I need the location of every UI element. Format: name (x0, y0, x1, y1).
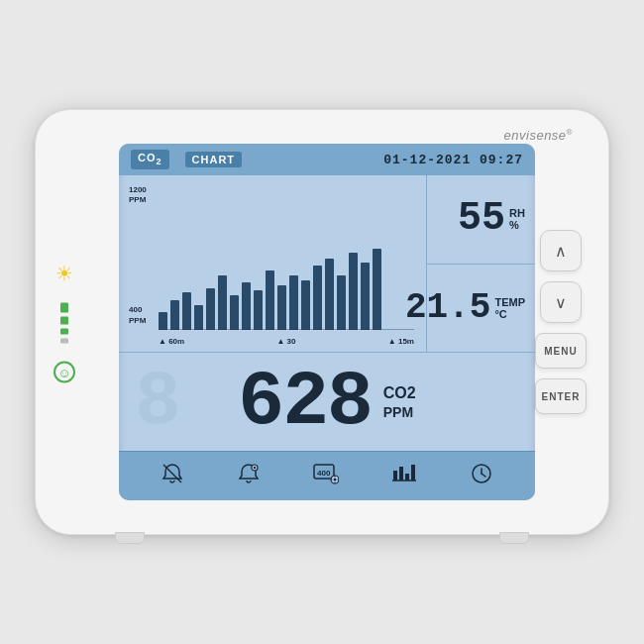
bar-15 (325, 259, 334, 330)
clock-svg (471, 463, 492, 484)
sun-icon: ☀ (55, 262, 73, 285)
svg-text:400: 400 (317, 469, 331, 478)
bar-16 (337, 275, 346, 330)
svg-rect-11 (393, 471, 397, 481)
bottom-bar: 400 (119, 451, 535, 500)
bar-4 (194, 305, 203, 330)
bar-chart: ▲ 60m ▲ 30 ▲ 15m (129, 181, 418, 348)
bar-3 (182, 292, 191, 330)
bar-8 (242, 282, 251, 330)
bar-14 (313, 266, 322, 330)
top-bar: CO2 CHART 01-12-2021 09:27 (119, 144, 535, 175)
temperature-unit: TEMP °C (494, 296, 525, 320)
co2-value: 628 (238, 364, 371, 441)
right-button-panel: ∧ ∨ MENU ENTER (535, 230, 587, 414)
device-feet (115, 532, 529, 544)
bar-9 (254, 290, 263, 330)
co2-ppm-unit: PPM (383, 404, 413, 420)
signal-bar (60, 303, 68, 344)
co2-label: CO2 (383, 384, 416, 402)
co2-ghost-digit: 8 (135, 364, 179, 441)
chart-baseline (159, 329, 414, 330)
bar-17 (349, 253, 358, 330)
up-button[interactable]: ∧ (540, 230, 582, 271)
x-label-15m: ▲ 15m (388, 337, 414, 346)
bar-10 (266, 270, 274, 330)
rh-symbol: % (509, 219, 519, 231)
screen: CO2 CHART 01-12-2021 09:27 1200PPM 400PP… (119, 144, 535, 500)
x-label-30: ▲ 30 (276, 337, 295, 346)
bell-settings-icon[interactable] (238, 463, 260, 489)
temperature-display: 21.5 TEMP °C (427, 265, 535, 353)
bar-13 (301, 280, 310, 330)
svg-rect-14 (411, 465, 415, 481)
temp-label: TEMP (494, 296, 525, 308)
bar-11 (277, 285, 286, 330)
co2-mode-label: CO2 (131, 150, 169, 168)
down-button[interactable]: ∨ (540, 281, 582, 323)
bar-1 (159, 312, 167, 330)
humidity-display: 55 RH % (427, 175, 535, 265)
bar-2 (170, 300, 179, 330)
main-area: 1200PPM 400PPM (119, 175, 535, 352)
menu-button[interactable]: MENU (535, 333, 587, 369)
calibrate-svg: 400 (313, 463, 339, 484)
bar-12 (289, 275, 298, 330)
foot-left (115, 532, 145, 544)
left-indicators: ☀ ☺ (54, 262, 75, 383)
svg-line-18 (482, 474, 485, 477)
co2-big-display: 8 628 CO2 PPM (119, 352, 535, 451)
humidity-value: 55 (458, 199, 505, 239)
bell-mute-icon[interactable] (161, 463, 183, 489)
datetime-display: 01-12-2021 09:27 (383, 153, 523, 167)
chart-bars-svg (392, 463, 416, 484)
chart-mode-label: CHART (185, 152, 243, 167)
smiley-icon: ☺ (54, 362, 75, 383)
svg-point-2 (253, 467, 255, 469)
right-info-panel: 55 RH % 21.5 TEMP °C (426, 175, 535, 352)
bar-18 (361, 263, 370, 330)
bell-gear-svg (238, 463, 260, 484)
clock-icon[interactable] (471, 463, 492, 489)
enter-button[interactable]: ENTER (535, 378, 587, 414)
rh-label: RH (509, 207, 525, 219)
bar-19 (373, 249, 381, 330)
svg-rect-13 (405, 474, 409, 481)
brand-label: envisense® (504, 128, 573, 143)
svg-point-6 (333, 479, 336, 482)
chart-bar-icon[interactable] (392, 463, 416, 489)
temp-symbol: °C (494, 308, 506, 320)
bell-mute-svg (161, 463, 183, 484)
chart-section: 1200PPM 400PPM (119, 175, 426, 352)
calibrate-icon[interactable]: 400 (313, 463, 339, 489)
bar-5 (206, 288, 215, 330)
co2-unit-labels: CO2 PPM (383, 384, 416, 420)
humidity-unit: RH % (509, 207, 525, 231)
bar-6 (218, 275, 227, 330)
bar-7 (230, 295, 239, 330)
x-label-60m: ▲ 60m (159, 337, 184, 346)
device: envisense® ☀ ☺ CO2 CHART 01-12-2021 09:2… (35, 109, 609, 535)
foot-right (499, 532, 529, 544)
chart-x-labels: ▲ 60m ▲ 30 ▲ 15m (159, 337, 414, 346)
svg-rect-12 (399, 467, 403, 481)
